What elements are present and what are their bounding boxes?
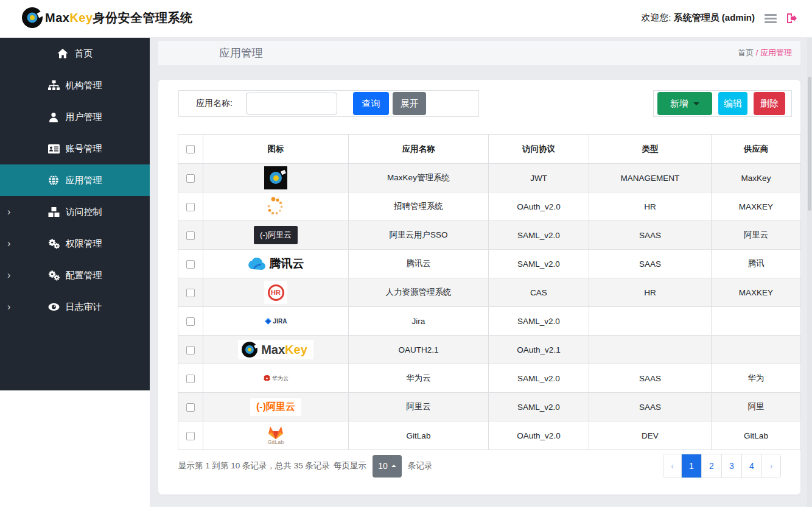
sidebar-item-label: 应用管理 (66, 175, 102, 186)
id-card-icon (48, 143, 60, 155)
table-row[interactable]: 招聘管理系统 OAuth_v2.0 HR MAXKEY (178, 192, 801, 221)
pagination-summary: 显示第 1 到第 10 条记录，总共 35 条记录 每页显示 10 条记录 (178, 455, 433, 478)
expand-button[interactable]: 展开 (393, 92, 426, 115)
sidebar-item-home[interactable]: 首页 (0, 38, 150, 69)
row-checkbox[interactable] (186, 260, 195, 269)
bottom-strip (0, 507, 812, 511)
row-checkbox[interactable] (186, 375, 195, 383)
col-header-type: 类型 (589, 135, 712, 164)
sidebar-item-label: 账号管理 (66, 143, 102, 155)
sitemap-icon (48, 80, 60, 91)
top-header: MaxKey身份安全管理系统 欢迎您: 系统管理员 (admin) (0, 0, 812, 38)
query-button[interactable]: 查询 (353, 92, 389, 115)
jira-logo-icon: JIRA (265, 318, 287, 325)
page-button-2[interactable]: 2 (702, 454, 722, 478)
row-checkbox[interactable] (186, 432, 195, 440)
logout-icon[interactable] (785, 12, 797, 24)
tencent-cloud-logo-icon: 腾讯云 (248, 256, 304, 272)
table-row[interactable]: HR 人力资源管理系统 CAS HR MAXKEY (178, 278, 801, 307)
gitlab-logo-icon: GitLab (268, 425, 284, 446)
sidebar-item-apps[interactable]: 应用管理 (0, 164, 150, 196)
scrollbar[interactable] (807, 38, 812, 511)
maxkey-full-logo-icon: MaxKey (238, 340, 313, 359)
eye-icon (48, 301, 60, 313)
sidebar-item-label: 首页 (75, 48, 93, 60)
brand: MaxKey身份安全管理系统 (21, 6, 193, 29)
sidebar-item-label: 机构管理 (66, 80, 102, 91)
edit-button[interactable]: 编辑 (718, 92, 747, 115)
page-size-dropdown[interactable]: 10 (373, 455, 402, 478)
table-row[interactable]: MaxKey OAUTH2.1 OAuth_v2.1 (178, 336, 801, 364)
table-row[interactable]: GitLab GitLab OAuth_v2.0 DEV GitLab (178, 421, 801, 450)
table-row[interactable]: (-)阿里云 阿里云用户SSO SAML_v2.0 SAAS 阿里云 (178, 221, 801, 250)
app-name-input[interactable] (246, 93, 337, 115)
page-button-1[interactable]: 1 (682, 454, 702, 478)
user-icon (48, 111, 60, 123)
row-checkbox[interactable] (186, 403, 195, 412)
home-icon (57, 48, 69, 60)
row-checkbox[interactable] (186, 317, 195, 326)
next-page-button[interactable]: › (762, 454, 780, 478)
table-row[interactable]: JIRA Jira SAML_v2.0 (178, 307, 801, 336)
aliyun-dark-logo-icon: (-)阿里云 (254, 226, 298, 244)
pager: ‹ 1 2 3 4 › (663, 454, 781, 478)
brand-title: MaxKey身份安全管理系统 (45, 10, 193, 26)
spinner-dots-logo-icon (265, 196, 287, 217)
chevron-right-icon: › (7, 301, 10, 312)
apps-table: 图标 应用名称 访问协议 类型 供应商 MaxKey管理系统 JWT MANAG… (178, 134, 801, 450)
sidebar-nav: 首页 机构管理 用户管理 账号管理 应用管理 › 访问控制 › (0, 38, 150, 390)
sidebar-item-org[interactable]: 机构管理 (0, 69, 150, 101)
breadcrumb-current: 应用管理 (760, 48, 792, 57)
col-header-vendor: 供应商 (712, 135, 801, 164)
search-label: 应用名称: (196, 98, 233, 109)
cogs-icon (48, 238, 60, 250)
maxkey-logo-icon (21, 6, 44, 29)
welcome-text: 欢迎您: 系统管理员 (admin) (641, 12, 755, 24)
sidebar-item-config[interactable]: › 配置管理 (0, 259, 150, 291)
row-checkbox[interactable] (186, 231, 195, 240)
cogs-icon (48, 270, 60, 281)
scrollbar-thumb[interactable] (808, 77, 811, 211)
sidebar-item-permissions[interactable]: › 权限管理 (0, 228, 150, 259)
col-header-icon: 图标 (203, 135, 349, 164)
pagination-bar: 显示第 1 到第 10 条记录，总共 35 条记录 每页显示 10 条记录 ‹ … (178, 454, 781, 478)
table-row[interactable]: 华为云 华为云 SAML_v2.0 SAAS 华为 (178, 364, 801, 393)
add-button[interactable]: 新增 (657, 92, 712, 115)
select-all-checkbox[interactable] (186, 145, 195, 153)
row-checkbox[interactable] (186, 174, 195, 183)
breadcrumb: 首页 / 应用管理 (738, 48, 800, 58)
breadcrumb-home-link[interactable]: 首页 (738, 48, 754, 57)
sidebar-item-label: 配置管理 (66, 270, 102, 281)
menu-toggle-icon[interactable] (765, 14, 777, 24)
page-header: 应用管理 首页 / 应用管理 (158, 41, 800, 65)
hr-logo-icon: HR (264, 281, 287, 304)
delete-button[interactable]: 删除 (754, 92, 785, 115)
huawei-cloud-logo-icon: 华为云 (263, 375, 289, 382)
page-button-4[interactable]: 4 (742, 454, 762, 478)
sidebar-item-label: 日志审计 (66, 301, 102, 313)
search-form: 应用名称: 查询 展开 (178, 90, 479, 117)
apps-panel: 应用名称: 查询 展开 新增 编辑 删除 图标 应用名称 访问协议 类型 供应商 (158, 80, 800, 495)
maxkey-dark-logo-icon (264, 166, 287, 189)
col-header-name: 应用名称 (349, 135, 489, 164)
sidebar-item-access-control[interactable]: › 访问控制 (0, 196, 150, 228)
row-checkbox[interactable] (186, 346, 195, 354)
main-content: 应用管理 首页 / 应用管理 应用名称: 查询 展开 新增 编辑 删除 图标 应… (150, 38, 812, 507)
page-button-3[interactable]: 3 (722, 454, 742, 478)
chevron-right-icon: › (7, 238, 10, 249)
sidebar-item-accounts[interactable]: 账号管理 (0, 133, 150, 164)
table-row[interactable]: MaxKey管理系统 JWT MANAGEMENT MaxKey (178, 164, 801, 192)
row-checkbox[interactable] (186, 203, 195, 211)
table-row[interactable]: 腾讯云 腾讯云 SAML_v2.0 SAAS 腾讯 (178, 250, 801, 278)
caret-down-icon (693, 102, 699, 105)
caret-up-icon (391, 465, 396, 467)
prev-page-button[interactable]: ‹ (663, 454, 682, 478)
row-checkbox[interactable] (186, 289, 195, 297)
col-header-protocol: 访问协议 (489, 135, 589, 164)
table-row[interactable]: (-)阿里云 阿里云 SAML_v2.0 SAAS 阿里 (178, 393, 801, 421)
sidebar-item-users[interactable]: 用户管理 (0, 101, 150, 133)
sidebar-item-audit[interactable]: › 日志审计 (0, 291, 150, 323)
sidebar-item-label: 访问控制 (66, 206, 102, 218)
page-title: 应用管理 (158, 46, 263, 60)
aliyun-orange-logo-icon: (-)阿里云 (250, 398, 301, 416)
